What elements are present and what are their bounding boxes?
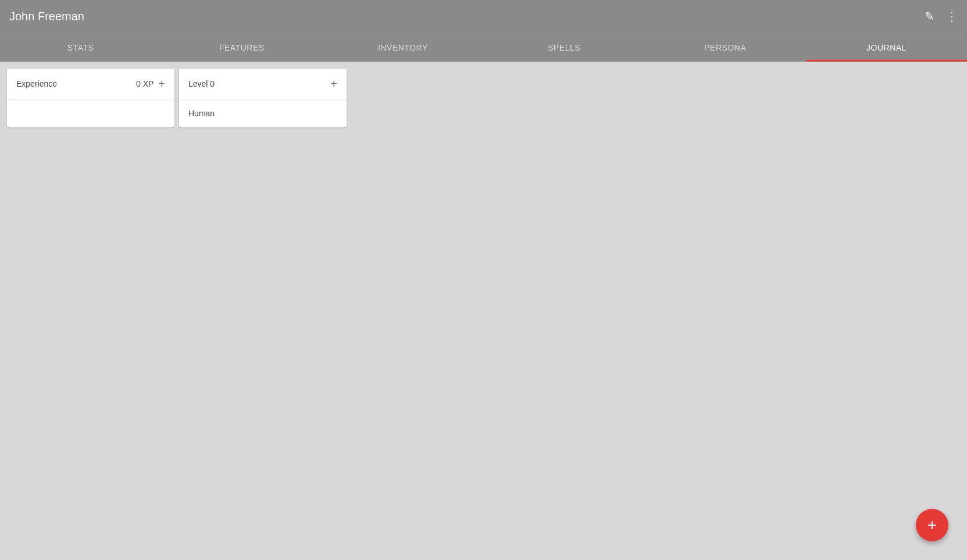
- level-row: Level 0 +: [179, 69, 347, 99]
- tab-features[interactable]: Features: [161, 33, 322, 62]
- experience-row: Experience 0 XP +: [7, 69, 174, 99]
- header-icons: ✎ ⋮: [925, 9, 958, 23]
- add-fab-button[interactable]: +: [916, 509, 948, 541]
- nav-bar: Stats Features Inventory Spells Persona …: [0, 33, 967, 62]
- edit-icon[interactable]: ✎: [925, 9, 934, 23]
- tab-persona[interactable]: Persona: [645, 33, 806, 62]
- race-label: Human: [188, 109, 215, 118]
- level-label: Level 0: [188, 79, 215, 88]
- experience-card: Experience 0 XP +: [7, 69, 174, 127]
- app-header: John Freeman ✎ ⋮: [0, 0, 967, 33]
- level-card: Level 0 + Human: [179, 69, 347, 127]
- level-add-button[interactable]: +: [330, 78, 337, 90]
- experience-add-button[interactable]: +: [158, 78, 165, 90]
- character-name: John Freeman: [9, 10, 84, 23]
- experience-empty-area: [7, 99, 174, 127]
- tab-inventory[interactable]: Inventory: [322, 33, 483, 62]
- race-row: Human: [179, 99, 347, 127]
- experience-amount: 0 XP: [136, 79, 154, 88]
- experience-value: 0 XP +: [136, 78, 165, 90]
- main-content: Experience 0 XP + Level 0 + Human: [0, 62, 967, 134]
- tab-spells[interactable]: Spells: [484, 33, 645, 62]
- experience-label: Experience: [16, 79, 57, 88]
- tab-journal[interactable]: Journal: [806, 33, 967, 62]
- more-icon[interactable]: ⋮: [946, 9, 958, 23]
- tab-stats[interactable]: Stats: [0, 33, 161, 62]
